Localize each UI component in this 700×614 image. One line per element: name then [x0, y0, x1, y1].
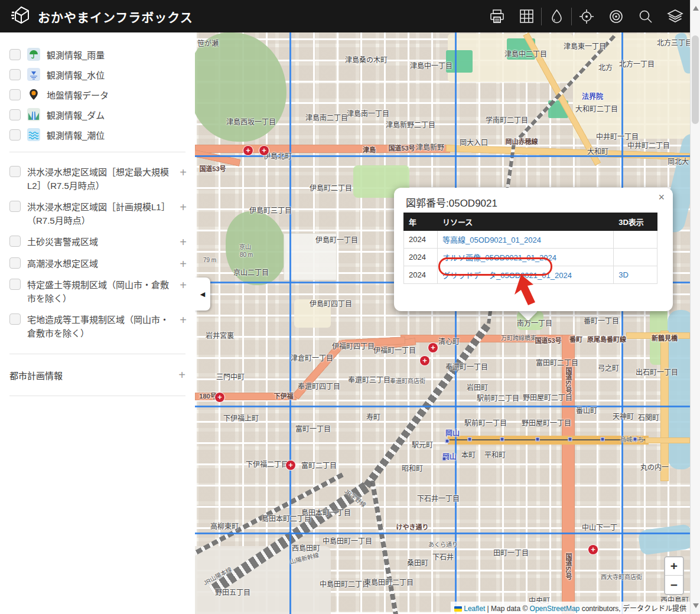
map-label: 伊島町四丁目: [310, 298, 352, 308]
expand-plus-icon[interactable]: +: [180, 201, 187, 214]
map-label: 奉還町四丁目: [298, 381, 340, 391]
scroll-down-icon[interactable]: [693, 603, 699, 608]
water-drop-icon[interactable]: [542, 0, 571, 32]
search-icon[interactable]: [631, 0, 660, 32]
layers-icon[interactable]: [660, 0, 690, 32]
ukraine-flag-icon: [454, 606, 462, 612]
expand-plus-icon[interactable]: +: [180, 257, 187, 270]
table-grid-icon[interactable]: [512, 0, 541, 32]
expand-plus-icon[interactable]: +: [180, 313, 187, 326]
layer-checkbox[interactable]: [9, 49, 21, 60]
map-label: 野田屋町一丁目: [522, 417, 571, 427]
view-3d-link[interactable]: 3D: [618, 270, 629, 279]
leaflet-link[interactable]: Leaflet: [464, 605, 485, 613]
sidebar-item-hazard[interactable]: 土砂災害警戒区域+: [0, 231, 195, 253]
map-label: 国道53号: [388, 143, 415, 152]
hospital-marker-icon[interactable]: +: [243, 146, 253, 155]
map-label: 岩井宮裏: [206, 330, 234, 340]
hospital-marker-icon[interactable]: +: [259, 146, 269, 155]
map-label: 岡山: [445, 427, 460, 437]
scrollbar-thumb[interactable]: [692, 35, 699, 124]
hazard-checkbox[interactable]: [9, 201, 21, 212]
map-label: 番山町: [576, 405, 597, 415]
map-label: 山陽新幹線: [289, 550, 320, 566]
map-label: 中島田町一丁目: [323, 535, 372, 546]
map-label: 天神町: [613, 411, 634, 421]
sidebar-item-hazard[interactable]: 特定盛土等規制区域（岡山市・倉敷市を除く）+: [0, 275, 195, 309]
hazard-checkbox[interactable]: [9, 236, 21, 247]
close-icon[interactable]: ×: [658, 191, 665, 204]
page-scrollbar[interactable]: [690, 0, 700, 614]
attribution-text: | Map data ©: [485, 605, 529, 613]
expand-plus-icon[interactable]: +: [180, 166, 187, 179]
map-label: 伊島町二丁目: [310, 182, 352, 192]
layer-checkbox[interactable]: [9, 69, 21, 80]
sidebar-item-layer[interactable]: 地盤情報データ: [0, 84, 195, 104]
sidebar-divider: [9, 354, 185, 354]
hospital-marker-icon[interactable]: +: [588, 545, 598, 554]
sidebar-item-layer[interactable]: 観測情報_水位: [0, 64, 195, 84]
layer-label: 観測情報_潮位: [47, 129, 105, 141]
layer-list: 観測情報_雨量観測情報_水位地盤情報データ観測情報_ダム観測情報_潮位: [0, 32, 195, 145]
expand-plus-icon[interactable]: +: [180, 236, 187, 249]
sidebar-item-layer[interactable]: 観測情報_雨量: [0, 44, 195, 64]
layer-checkbox[interactable]: [9, 129, 21, 141]
expand-plus-icon[interactable]: +: [180, 279, 187, 292]
map-label: 大和町: [587, 146, 608, 156]
sidebar-item-hazard[interactable]: 高潮浸水想定区域+: [0, 253, 195, 275]
wlevel-icon: [27, 68, 40, 81]
map-label: 中島田町二丁目: [320, 579, 369, 589]
map-label: 富町二丁目: [301, 460, 337, 470]
map-label: 駅元町: [412, 439, 433, 449]
expand-plus-icon[interactable]: +: [178, 368, 185, 381]
sidebar-item-hazard[interactable]: 洪水浸水想定区域図［想定最大規模L2］（R7.5月時点）+: [0, 162, 195, 197]
hazard-label: 洪水浸水想定区域図［想定最大規模L2］（R7.5月時点）: [27, 166, 173, 192]
map-label: 法界院: [582, 91, 603, 101]
zoom-in-button[interactable]: +: [665, 557, 683, 576]
hazard-checkbox[interactable]: [9, 257, 21, 269]
map-label: 高柳東町: [210, 521, 239, 531]
map-label: 北方: [598, 62, 613, 72]
map-label: けやき通り: [396, 522, 429, 531]
sidebar-item-city-planning[interactable]: 都市計画情報 +: [0, 361, 195, 388]
map-label: 下石井: [432, 551, 454, 561]
print-icon[interactable]: [482, 0, 512, 32]
map-label: 津島中一丁目: [410, 60, 452, 70]
hazard-checkbox[interactable]: [9, 279, 21, 290]
openstreetmap-link[interactable]: OpenStreetMap: [530, 605, 580, 613]
app-logo-icon: [11, 5, 32, 28]
map-canvas[interactable]: 笹が瀬津島桑の木町津島中一丁目津島中二丁目津島東一丁目北方三丁目北方一丁目北方津…: [195, 32, 690, 614]
layer-checkbox[interactable]: [9, 109, 21, 120]
hospital-marker-icon[interactable]: +: [286, 460, 295, 470]
map-label: 寿町: [366, 411, 380, 422]
layer-checkbox[interactable]: [9, 89, 21, 100]
target-icon[interactable]: [601, 0, 631, 32]
hospital-marker-icon[interactable]: +: [215, 393, 224, 402]
resource-link[interactable]: 等高線_05OD9021_01_2024: [442, 236, 541, 244]
hazard-checkbox[interactable]: [9, 166, 21, 177]
map-label: 津島: [363, 145, 376, 154]
map-label: 昭和町: [402, 463, 423, 473]
hazard-label: 特定盛土等規制区域（岡山市・倉敷市を除く）: [27, 279, 173, 305]
resource-table-header-cell: リソース: [437, 213, 613, 231]
scroll-up-icon[interactable]: [693, 6, 699, 11]
sidebar-item-layer[interactable]: 観測情報_ダム: [0, 104, 195, 125]
sidebar-item-layer[interactable]: 観測情報_潮位: [0, 125, 195, 145]
sidebar-item-hazard[interactable]: 洪水浸水想定区域図［計画規模L1］（R7.5月時点）+: [0, 197, 195, 231]
hazard-checkbox[interactable]: [9, 313, 21, 325]
map-label: 平和町: [484, 449, 506, 459]
hazard-label: 洪水浸水想定区域図［計画規模L1］（R7.5月時点）: [27, 201, 173, 227]
sidebar-divider: [9, 152, 185, 152]
map-label: 下伊福上町: [223, 413, 259, 423]
sidebar-item-hazard[interactable]: 宅地造成等工事規制区域（岡山市・倉敷市を除く）+: [0, 309, 195, 344]
resource-table-header-cell: 年: [404, 213, 438, 231]
map-attribution: Leaflet | Map data © OpenStreetMap contr…: [451, 602, 690, 614]
locate-icon[interactable]: [572, 0, 601, 32]
zoom-out-button[interactable]: −: [665, 576, 683, 594]
hospital-marker-icon[interactable]: +: [420, 356, 429, 365]
sidebar-collapse-button[interactable]: ◀: [195, 277, 210, 311]
map-label: 番町一丁目: [584, 315, 619, 325]
hospital-marker-icon[interactable]: +: [428, 343, 438, 352]
resource-3d-cell: [614, 231, 657, 249]
station-marker-icon: [568, 437, 572, 442]
